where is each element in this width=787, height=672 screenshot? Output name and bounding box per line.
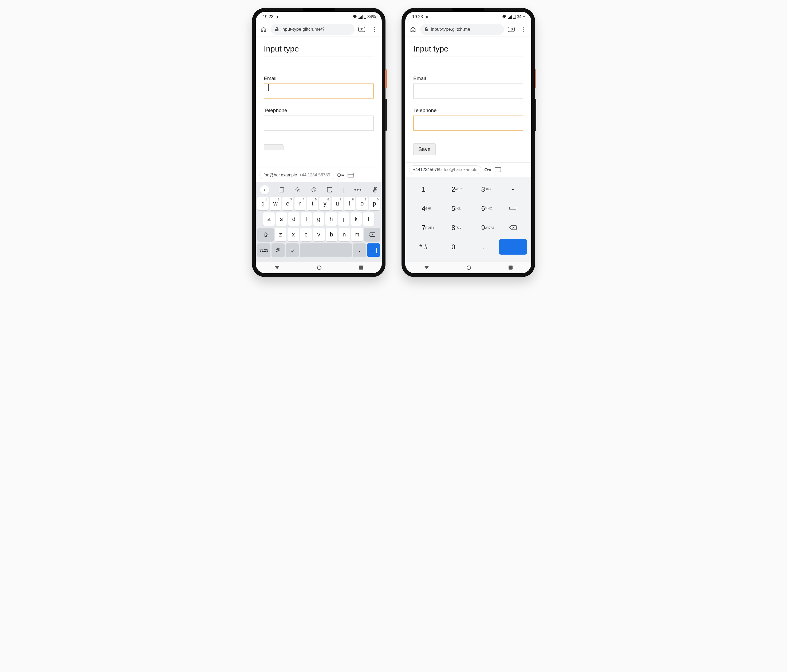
more-menu-button[interactable]: ⋮ [369,24,379,35]
letter-key[interactable]: g [313,213,325,226]
home-icon[interactable] [408,24,418,35]
save-button[interactable] [264,144,283,150]
letter-key[interactable]: k [351,213,362,226]
dialpad-row: * #0+.→ [409,239,527,255]
digit-key[interactable]: 4GHI [409,201,438,216]
letter-key[interactable]: x [288,228,299,241]
letter-key[interactable]: y6 [319,197,330,210]
nav-back-icon[interactable] [424,266,429,269]
digit-key[interactable]: 7PQRS [409,220,438,235]
letter-key[interactable]: n [338,228,350,241]
sticker-icon[interactable] [327,187,332,192]
digit-key[interactable]: 1 [409,181,438,197]
backspace-key[interactable] [364,228,380,241]
volume-button [535,99,536,131]
page-title: Input type [264,44,374,57]
letter-key[interactable]: l [363,213,374,226]
nav-home-icon[interactable] [467,265,471,270]
password-key-icon[interactable] [485,167,491,172]
nav-back-icon[interactable] [275,266,280,269]
letter-key[interactable]: d [288,213,300,226]
letter-key[interactable]: c [300,228,312,241]
url-bar[interactable]: input-type.glitch.me [420,24,504,35]
letter-key[interactable]: u7 [332,197,343,210]
letter-key[interactable]: t5 [307,197,318,210]
svg-point-12 [313,188,314,189]
email-label: Email [413,76,523,81]
digit-key[interactable]: 9WXYZ [469,220,497,235]
digit-key[interactable]: 8TUV [439,220,468,235]
nav-recents-icon[interactable] [509,265,512,270]
telephone-input[interactable] [413,115,523,131]
emoji-key[interactable]: ☺ [286,243,299,257]
clipboard-icon[interactable] [279,187,284,193]
payment-card-icon[interactable] [495,167,501,172]
email-input[interactable] [264,84,374,98]
at-key[interactable]: @ [272,243,284,257]
more-menu-button[interactable]: ⋮ [518,24,529,35]
digit-key[interactable]: 5JKL [439,201,468,216]
keyboard-back-icon[interactable]: ‹ [260,185,269,194]
letter-key[interactable]: v [313,228,325,241]
letter-key[interactable]: i8 [344,197,355,210]
mic-icon[interactable] [372,186,378,193]
hourglass-icon: ⧗ [425,14,428,19]
letter-key[interactable]: r4 [294,197,306,210]
autofill-suggestion[interactable]: foo@bar.example +44 1234 56789 [259,171,334,179]
letter-key[interactable]: f [300,213,312,226]
digit-key[interactable]: * # [409,239,438,255]
lock-icon [275,27,279,32]
page-title: Input type [413,44,523,57]
symbols-key[interactable]: ?123 [258,243,270,257]
digit-key[interactable]: 2ABC [439,181,468,197]
svg-point-4 [338,174,340,177]
battery-icon [363,15,366,19]
autofill-suggestion[interactable]: +44123456789 foo@bar.example [409,166,481,174]
letter-key[interactable]: p0 [369,197,380,210]
url-text: input-type.glitch.me [431,27,470,32]
digit-key[interactable]: 0+ [439,239,468,255]
wifi-icon [502,15,507,19]
letter-key[interactable]: q1 [258,197,269,210]
enter-key[interactable]: → [499,239,527,255]
space-key[interactable] [499,201,527,216]
payment-card-icon[interactable] [348,173,354,177]
nav-home-icon[interactable] [317,265,321,270]
letter-key[interactable]: h [326,213,337,226]
enter-key[interactable]: →| [367,243,380,257]
letter-key[interactable]: b [326,228,337,241]
letter-key[interactable]: s [276,213,287,226]
telephone-input[interactable] [264,115,374,131]
backspace-key[interactable] [499,220,527,235]
url-text: input-type.glitch.me/? [281,27,325,32]
space-key[interactable] [300,243,352,257]
save-button[interactable]: Save [413,143,436,155]
shift-key[interactable] [258,228,273,241]
letter-key[interactable]: o9 [356,197,368,210]
nav-recents-icon[interactable] [359,265,363,270]
keyboard-more-icon[interactable]: ••• [354,186,362,193]
palette-icon[interactable] [311,187,317,193]
letter-key[interactable]: a [263,213,275,226]
tab-count-button[interactable]: :D [506,24,516,35]
lock-icon [425,27,428,32]
email-input[interactable] [413,84,523,98]
letter-key[interactable]: e3 [282,197,293,210]
digit-key[interactable]: - [499,181,527,197]
tab-count-button[interactable]: :D [357,24,367,35]
home-icon[interactable] [258,24,269,35]
digit-key[interactable]: 6MNO [469,201,497,216]
letter-key[interactable]: z [275,228,286,241]
password-key-icon[interactable] [337,173,345,177]
url-bar[interactable]: input-type.glitch.me/? [271,24,354,35]
digit-key[interactable]: 3DEF [469,181,497,197]
letter-key[interactable]: j [338,213,349,226]
phone-mockup-left: 19:23 ⧗ 34% [252,8,386,277]
letter-key[interactable]: m [351,228,363,241]
gear-icon[interactable] [295,187,300,193]
svg-rect-3 [275,29,278,31]
period-key[interactable]: . [353,243,366,257]
qwerty-keyboard: ‹ | ••• q1w2e3r4t5y6u7i8o9 [256,182,382,262]
digit-key[interactable]: . [469,239,497,255]
letter-key[interactable]: w2 [270,197,281,210]
